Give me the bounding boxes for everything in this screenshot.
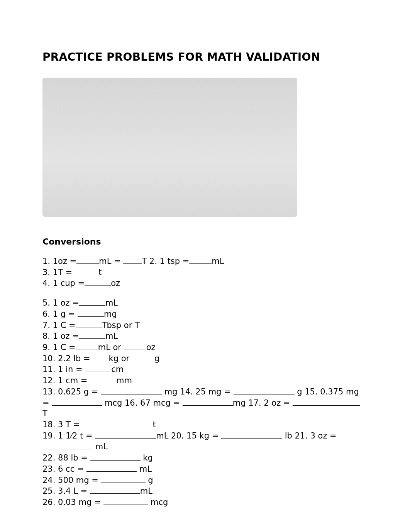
blank xyxy=(76,256,99,264)
blank xyxy=(76,320,102,328)
q3-part-a: 3. 1T = xyxy=(42,268,72,277)
blank xyxy=(90,375,116,383)
q22-part-b: kg xyxy=(141,453,153,462)
q26-part-b: mcg xyxy=(148,498,168,507)
q11-part-b: cm xyxy=(111,365,124,374)
q11-part-a: 11. 1 in = xyxy=(42,365,85,374)
blank xyxy=(42,441,93,449)
section-heading-conversions: Conversions xyxy=(42,236,368,247)
blank xyxy=(72,267,98,275)
blank xyxy=(78,309,104,317)
blank xyxy=(123,256,142,264)
q22-part-a: 22. 88 lb = xyxy=(42,453,90,462)
q4-part-a: 4. 1 cup = xyxy=(42,279,85,288)
blank xyxy=(90,353,109,361)
blank xyxy=(221,430,282,439)
page-title: PRACTICE PROBLEMS FOR MATH VALIDATION xyxy=(42,50,368,65)
q5-part-b: mL xyxy=(105,298,118,308)
q24-part-a: 24. 500 mg = xyxy=(42,476,101,485)
q12-part-b: mm xyxy=(116,376,132,385)
q9-part-c: oz xyxy=(146,343,156,352)
q1-part-d: mL xyxy=(212,257,224,266)
q23-part-a: 23. 6 cc = xyxy=(42,464,86,474)
blank xyxy=(132,353,154,361)
blank xyxy=(79,331,105,339)
blank xyxy=(90,452,141,461)
q26-part-a: 26. 0.03 mg = xyxy=(42,498,103,507)
q12-part-a: 12. 1 cm = xyxy=(42,376,90,385)
blank xyxy=(83,419,150,427)
blank xyxy=(124,342,146,350)
q1-part-a: 1. 1oz = xyxy=(42,257,76,266)
blank xyxy=(103,497,148,505)
blank xyxy=(95,430,156,439)
q10-part-c: g xyxy=(154,354,159,363)
blank xyxy=(76,342,98,350)
q19-part-c: lb 21. 3 oz = xyxy=(282,431,339,440)
q19-part-a: 19. 1 1⁄2 t = xyxy=(42,431,95,440)
q13-part-b: mg 14. 25 mg = xyxy=(162,387,233,396)
blank xyxy=(85,278,111,286)
q13-part-a: 13. 0.625 g = xyxy=(42,387,101,396)
q13-part-e: mg 17. 2 oz = xyxy=(233,398,293,408)
q10-part-a: 10. 2.2 lb = xyxy=(42,354,90,363)
q5-part-a: 5. 1 oz = xyxy=(42,298,79,308)
blank xyxy=(52,398,102,406)
q24-part-b: g xyxy=(146,476,153,485)
q7-part-a: 7. 1 C = xyxy=(42,321,76,330)
q8-part-b: mL xyxy=(105,331,118,341)
q6-part-b: mg xyxy=(104,309,117,319)
blank xyxy=(101,386,162,394)
q25-part-b: mL xyxy=(140,486,152,496)
problem-block-2: 5. 1 oz =mL 6. 1 g = mg 7. 1 C =Tbsp or … xyxy=(42,297,364,508)
q7-part-b: Tbsp or T xyxy=(102,321,140,330)
blank xyxy=(183,398,233,406)
q10-part-b: kg or xyxy=(109,354,132,363)
q23-part-b: mL xyxy=(137,464,152,474)
q9-part-b: mL or xyxy=(98,343,124,352)
blank xyxy=(79,297,105,306)
blank xyxy=(234,386,295,394)
image-placeholder xyxy=(42,78,297,217)
q13-part-f: T xyxy=(42,409,47,418)
q18-part-b: t xyxy=(150,420,156,429)
q4-part-b: oz xyxy=(111,279,120,288)
q19-part-d: mL xyxy=(93,442,108,451)
q1-part-c: T 2. 1 tsp = xyxy=(142,257,189,266)
q1-part-b: mL = xyxy=(99,257,123,266)
blank xyxy=(90,486,140,494)
q25-part-a: 25. 3.4 L = xyxy=(42,486,90,496)
q6-part-a: 6. 1 g = xyxy=(42,309,78,319)
problem-block-1: 1. 1oz =mL = T 2. 1 tsp =mL 3. 1T =t 4. … xyxy=(42,256,364,289)
q18-part-a: 18. 3 T = xyxy=(42,420,83,429)
blank xyxy=(293,398,360,406)
q9-part-a: 9. 1 C = xyxy=(42,343,76,352)
blank xyxy=(101,475,146,483)
q8-part-a: 8. 1 oz = xyxy=(42,331,79,341)
q19-part-b: mL 20. 15 kg = xyxy=(156,431,221,440)
q13-part-d: mcg 16. 67 mcg = xyxy=(102,398,182,408)
blank xyxy=(86,464,137,472)
q3-part-b: t xyxy=(98,268,102,277)
blank xyxy=(85,364,111,372)
blank xyxy=(189,256,212,264)
